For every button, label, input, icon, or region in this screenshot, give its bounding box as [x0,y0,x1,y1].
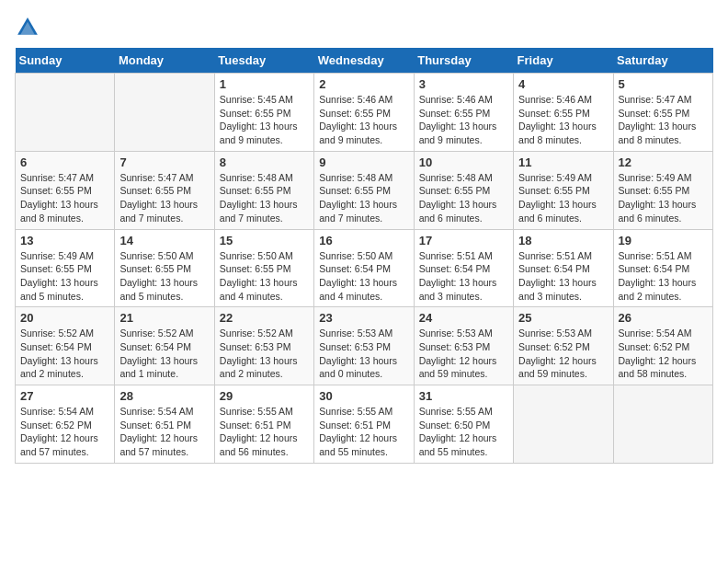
day-info: Sunrise: 5:50 AM Sunset: 6:54 PM Dayligh… [319,249,408,304]
day-info: Sunrise: 5:54 AM Sunset: 6:51 PM Dayligh… [119,405,209,459]
calendar-cell: 5Sunrise: 5:47 AM Sunset: 6:55 PM Daylig… [613,74,712,152]
day-info: Sunrise: 5:45 AM Sunset: 6:55 PM Dayligh… [220,93,309,147]
day-info: Sunrise: 5:55 AM Sunset: 6:51 PM Dayligh… [319,405,408,459]
day-number: 24 [419,311,508,325]
calendar-cell: 9Sunrise: 5:48 AM Sunset: 6:55 PM Daylig… [314,151,414,229]
calendar-cell: 2Sunrise: 5:46 AM Sunset: 6:55 PM Daylig… [314,74,414,152]
calendar-cell: 29Sunrise: 5:55 AM Sunset: 6:51 PM Dayli… [214,385,313,464]
calendar-cell: 16Sunrise: 5:50 AM Sunset: 6:54 PM Dayli… [314,229,414,307]
day-info: Sunrise: 5:53 AM Sunset: 6:52 PM Dayligh… [518,327,608,381]
day-info: Sunrise: 5:46 AM Sunset: 6:55 PM Dayligh… [319,93,408,147]
day-number: 3 [419,77,508,91]
day-header-thursday: Thursday [414,48,513,74]
calendar-cell: 27Sunrise: 5:54 AM Sunset: 6:52 PM Dayli… [16,385,115,464]
day-info: Sunrise: 5:51 AM Sunset: 6:54 PM Dayligh… [518,249,608,304]
calendar-cell: 10Sunrise: 5:48 AM Sunset: 6:55 PM Dayli… [414,151,513,229]
calendar-cell: 28Sunrise: 5:54 AM Sunset: 6:51 PM Dayli… [115,385,214,464]
calendar-cell [514,385,613,464]
day-info: Sunrise: 5:52 AM Sunset: 6:54 PM Dayligh… [20,327,109,381]
calendar-cell: 7Sunrise: 5:47 AM Sunset: 6:55 PM Daylig… [115,151,214,229]
day-number: 14 [119,234,209,247]
day-number: 7 [119,155,209,169]
day-info: Sunrise: 5:53 AM Sunset: 6:53 PM Dayligh… [319,327,408,381]
day-info: Sunrise: 5:46 AM Sunset: 6:55 PM Dayligh… [419,93,508,147]
calendar-week-row: 6Sunrise: 5:47 AM Sunset: 6:55 PM Daylig… [16,151,713,229]
calendar-cell: 24Sunrise: 5:53 AM Sunset: 6:53 PM Dayli… [414,307,513,385]
calendar-cell: 11Sunrise: 5:49 AM Sunset: 6:55 PM Dayli… [514,151,613,229]
day-info: Sunrise: 5:52 AM Sunset: 6:53 PM Dayligh… [220,327,309,381]
calendar-cell: 18Sunrise: 5:51 AM Sunset: 6:54 PM Dayli… [514,229,613,307]
calendar-cell: 4Sunrise: 5:46 AM Sunset: 6:55 PM Daylig… [514,74,613,152]
day-header-tuesday: Tuesday [214,48,313,74]
day-info: Sunrise: 5:47 AM Sunset: 6:55 PM Dayligh… [619,93,708,147]
logo-icon [15,15,40,40]
day-info: Sunrise: 5:54 AM Sunset: 6:52 PM Dayligh… [619,327,708,381]
day-info: Sunrise: 5:51 AM Sunset: 6:54 PM Dayligh… [619,249,708,304]
calendar-cell: 17Sunrise: 5:51 AM Sunset: 6:54 PM Dayli… [414,229,513,307]
day-header-sunday: Sunday [16,48,115,74]
day-number: 20 [20,311,109,325]
day-number: 1 [220,77,309,91]
day-number: 21 [119,311,209,325]
calendar-table: SundayMondayTuesdayWednesdayThursdayFrid… [15,48,713,464]
day-info: Sunrise: 5:46 AM Sunset: 6:55 PM Dayligh… [518,93,608,147]
day-info: Sunrise: 5:48 AM Sunset: 6:55 PM Dayligh… [419,171,508,225]
day-number: 2 [319,77,408,91]
day-number: 22 [220,311,309,325]
page-header [15,15,713,40]
day-number: 30 [319,389,408,403]
day-number: 28 [119,389,209,403]
calendar-cell: 8Sunrise: 5:48 AM Sunset: 6:55 PM Daylig… [214,151,313,229]
day-number: 27 [20,389,109,403]
calendar-cell: 26Sunrise: 5:54 AM Sunset: 6:52 PM Dayli… [613,307,712,385]
calendar-cell: 31Sunrise: 5:55 AM Sunset: 6:50 PM Dayli… [414,385,513,464]
day-number: 5 [619,77,708,91]
day-number: 31 [419,389,508,403]
day-info: Sunrise: 5:55 AM Sunset: 6:51 PM Dayligh… [220,405,309,459]
day-info: Sunrise: 5:48 AM Sunset: 6:55 PM Dayligh… [319,171,408,225]
day-number: 29 [220,389,309,403]
calendar-cell [115,74,214,152]
day-number: 23 [319,311,408,325]
day-number: 25 [518,311,608,325]
calendar-cell: 22Sunrise: 5:52 AM Sunset: 6:53 PM Dayli… [214,307,313,385]
calendar-cell: 21Sunrise: 5:52 AM Sunset: 6:54 PM Dayli… [115,307,214,385]
day-info: Sunrise: 5:48 AM Sunset: 6:55 PM Dayligh… [220,171,309,225]
day-number: 10 [419,155,508,169]
day-number: 13 [20,234,109,247]
calendar-cell: 6Sunrise: 5:47 AM Sunset: 6:55 PM Daylig… [16,151,115,229]
calendar-cell: 12Sunrise: 5:49 AM Sunset: 6:55 PM Dayli… [613,151,712,229]
calendar-cell [16,74,115,152]
calendar-cell: 3Sunrise: 5:46 AM Sunset: 6:55 PM Daylig… [414,74,513,152]
calendar-cell: 14Sunrise: 5:50 AM Sunset: 6:55 PM Dayli… [115,229,214,307]
day-number: 15 [220,234,309,247]
day-number: 8 [220,155,309,169]
day-info: Sunrise: 5:49 AM Sunset: 6:55 PM Dayligh… [20,249,109,304]
day-info: Sunrise: 5:50 AM Sunset: 6:55 PM Dayligh… [119,249,209,304]
day-header-saturday: Saturday [613,48,712,74]
calendar-cell: 30Sunrise: 5:55 AM Sunset: 6:51 PM Dayli… [314,385,414,464]
day-number: 4 [518,77,608,91]
calendar-cell: 19Sunrise: 5:51 AM Sunset: 6:54 PM Dayli… [613,229,712,307]
day-number: 6 [20,155,109,169]
calendar-week-row: 1Sunrise: 5:45 AM Sunset: 6:55 PM Daylig… [16,74,713,152]
day-number: 18 [518,234,608,247]
day-info: Sunrise: 5:55 AM Sunset: 6:50 PM Dayligh… [419,405,508,459]
calendar-week-row: 27Sunrise: 5:54 AM Sunset: 6:52 PM Dayli… [16,385,713,464]
calendar-header-row: SundayMondayTuesdayWednesdayThursdayFrid… [16,48,713,74]
day-info: Sunrise: 5:51 AM Sunset: 6:54 PM Dayligh… [419,249,508,304]
day-number: 9 [319,155,408,169]
day-info: Sunrise: 5:50 AM Sunset: 6:55 PM Dayligh… [220,249,309,304]
day-number: 11 [518,155,608,169]
day-info: Sunrise: 5:49 AM Sunset: 6:55 PM Dayligh… [619,171,708,225]
calendar-cell: 23Sunrise: 5:53 AM Sunset: 6:53 PM Dayli… [314,307,414,385]
day-info: Sunrise: 5:54 AM Sunset: 6:52 PM Dayligh… [20,405,109,459]
calendar-cell: 13Sunrise: 5:49 AM Sunset: 6:55 PM Dayli… [16,229,115,307]
day-info: Sunrise: 5:47 AM Sunset: 6:55 PM Dayligh… [119,171,209,225]
day-header-monday: Monday [115,48,214,74]
day-number: 19 [619,234,708,247]
calendar-week-row: 13Sunrise: 5:49 AM Sunset: 6:55 PM Dayli… [16,229,713,307]
day-header-wednesday: Wednesday [314,48,414,74]
day-header-friday: Friday [514,48,613,74]
day-info: Sunrise: 5:47 AM Sunset: 6:55 PM Dayligh… [20,171,109,225]
